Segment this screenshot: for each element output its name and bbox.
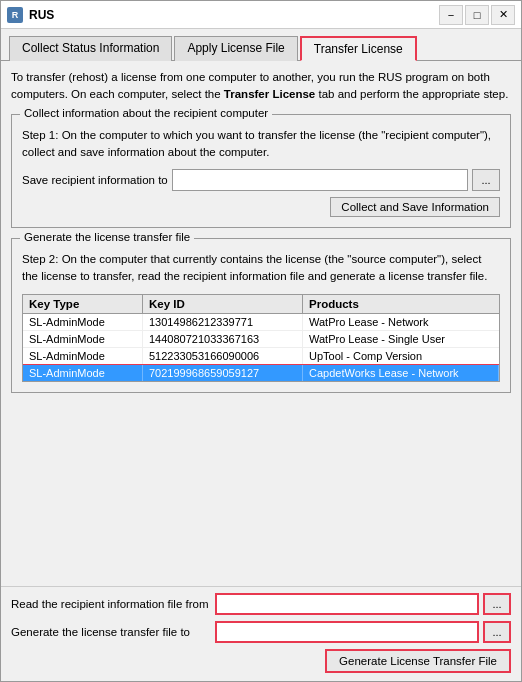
generate-transfer-label: Generate the license transfer file to [11, 626, 211, 638]
read-recipient-row: Read the recipient information file from… [11, 593, 511, 615]
collect-group-title: Collect information about the recipient … [20, 107, 272, 119]
cell-key-type-1: SL-AdminMode [23, 331, 143, 347]
table-row[interactable]: SL-AdminMode 144080721033367163 WatPro L… [23, 331, 499, 348]
generate-transfer-browse-button[interactable]: ... [483, 621, 511, 643]
generate-group-title: Generate the license transfer file [20, 231, 194, 243]
tab-apply-license[interactable]: Apply License File [174, 36, 297, 61]
step1-text: Step 1: On the computer to which you wan… [22, 127, 500, 162]
cell-products-0: WatPro Lease - Network [303, 314, 499, 330]
window-title: RUS [29, 8, 439, 22]
table-row[interactable]: SL-AdminMode 702199968659059127 CapdetWo… [23, 365, 499, 381]
table-body: SL-AdminMode 13014986212339771 WatPro Le… [23, 314, 499, 381]
save-recipient-browse-button[interactable]: ... [472, 169, 500, 191]
title-bar: R RUS − □ ✕ [1, 1, 521, 29]
bottom-section: Read the recipient information file from… [1, 586, 521, 681]
step2-text: Step 2: On the computer that currently c… [22, 251, 500, 286]
collect-group: Collect information about the recipient … [11, 114, 511, 229]
table-row[interactable]: SL-AdminMode 13014986212339771 WatPro Le… [23, 314, 499, 331]
cell-key-id-2: 512233053166090006 [143, 348, 303, 364]
main-content: To transfer (rehost) a license from one … [1, 61, 521, 586]
cell-key-id-3: 702199968659059127 [143, 365, 303, 381]
collect-btn-row: Collect and Save Information [22, 197, 500, 217]
read-recipient-input[interactable] [215, 593, 479, 615]
save-recipient-row: Save recipient information to ... [22, 169, 500, 191]
col-products: Products [303, 295, 499, 313]
cell-key-type-0: SL-AdminMode [23, 314, 143, 330]
generate-transfer-file-button[interactable]: Generate License Transfer File [325, 649, 511, 673]
minimize-button[interactable]: − [439, 5, 463, 25]
collect-save-button[interactable]: Collect and Save Information [330, 197, 500, 217]
col-key-id: Key ID [143, 295, 303, 313]
read-recipient-label: Read the recipient information file from [11, 598, 211, 610]
description-text: To transfer (rehost) a license from one … [11, 69, 511, 104]
save-recipient-label: Save recipient information to [22, 174, 168, 186]
close-button[interactable]: ✕ [491, 5, 515, 25]
license-table: Key Type Key ID Products SL-AdminMode 13… [22, 294, 500, 382]
window-controls: − □ ✕ [439, 5, 515, 25]
app-icon: R [7, 7, 23, 23]
cell-key-type-3: SL-AdminMode [23, 365, 143, 381]
cell-products-3: CapdetWorks Lease - Network [303, 365, 499, 381]
generate-group: Generate the license transfer file Step … [11, 238, 511, 393]
main-window: R RUS − □ ✕ Collect Status Information A… [0, 0, 522, 682]
generate-btn-row: Generate License Transfer File [11, 649, 511, 673]
cell-key-id-1: 144080721033367163 [143, 331, 303, 347]
tab-collect-status[interactable]: Collect Status Information [9, 36, 172, 61]
table-row[interactable]: SL-AdminMode 512233053166090006 UpTool -… [23, 348, 499, 365]
tab-bar: Collect Status Information Apply License… [1, 29, 521, 61]
maximize-button[interactable]: □ [465, 5, 489, 25]
cell-key-id-0: 13014986212339771 [143, 314, 303, 330]
tab-transfer-license[interactable]: Transfer License [300, 36, 417, 61]
table-header: Key Type Key ID Products [23, 295, 499, 314]
read-recipient-browse-button[interactable]: ... [483, 593, 511, 615]
cell-products-2: UpTool - Comp Version [303, 348, 499, 364]
save-recipient-input[interactable] [172, 169, 468, 191]
cell-key-type-2: SL-AdminMode [23, 348, 143, 364]
cell-products-1: WatPro Lease - Single User [303, 331, 499, 347]
generate-transfer-input[interactable] [215, 621, 479, 643]
col-key-type: Key Type [23, 295, 143, 313]
generate-transfer-row: Generate the license transfer file to ..… [11, 621, 511, 643]
